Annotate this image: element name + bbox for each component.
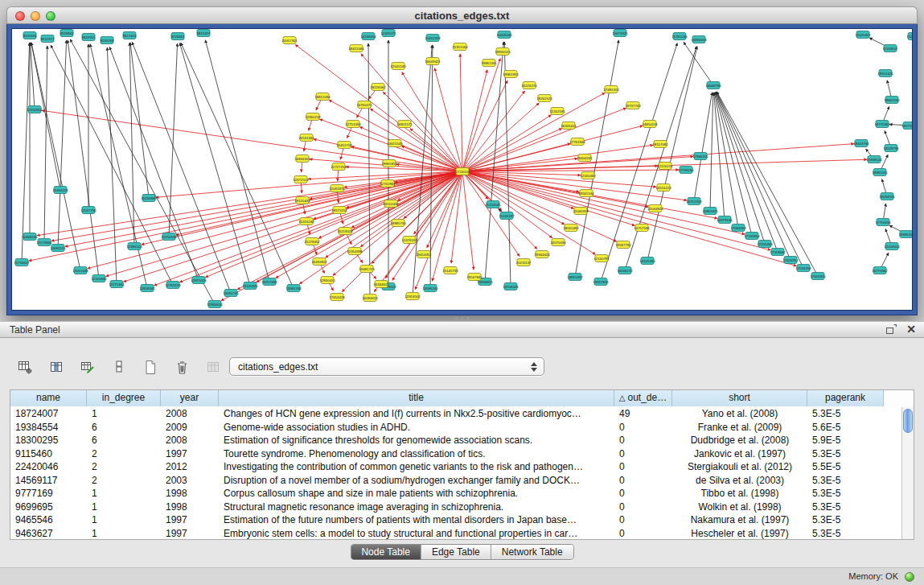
graph-edge[interactable]	[130, 43, 149, 198]
table-cell[interactable]: Investigating the contribution of common…	[219, 460, 614, 474]
table-cell[interactable]: Estimation of the future numbers of pati…	[219, 513, 614, 527]
table-cell[interactable]: 5.5E-5	[807, 460, 884, 474]
table-row[interactable]: 2242004622012Investigating the contribut…	[10, 460, 901, 474]
show-columns-button[interactable]	[46, 356, 67, 377]
delete-table-button[interactable]	[171, 356, 192, 377]
table-cell[interactable]: 0	[614, 447, 672, 461]
window-titlebar[interactable]: citations_edges.txt	[6, 6, 918, 24]
graph-edge[interactable]	[462, 145, 653, 171]
close-panel-icon[interactable]: ✕	[906, 323, 916, 335]
table-cell[interactable]: Estimation of significance thresholds fo…	[219, 434, 614, 447]
table-cell[interactable]: Yano et al. (2008)	[672, 407, 807, 421]
table-cell[interactable]: 9463627	[10, 527, 87, 541]
graph-edge[interactable]	[694, 93, 713, 201]
graph-edge[interactable]	[31, 43, 35, 109]
table-cell[interactable]: Tourette syndrome. Phenomenology and cla…	[219, 447, 614, 461]
float-panel-icon[interactable]: ⌝	[886, 324, 897, 334]
graph-edge[interactable]	[714, 93, 725, 220]
graph-edge[interactable]	[44, 46, 47, 242]
table-cell[interactable]: 5.3E-5	[807, 474, 884, 488]
graph-edge[interactable]	[359, 127, 462, 171]
graph-edge[interactable]	[109, 47, 199, 280]
graph-edge[interactable]	[124, 171, 462, 282]
table-cell[interactable]: 1	[87, 527, 161, 541]
table-cell[interactable]: Stergiakouli et al. (2012)	[672, 460, 807, 474]
column-header-title[interactable]: title	[219, 390, 614, 406]
tab-network-table[interactable]: Network Table	[491, 545, 573, 559]
table-cell[interactable]: 49	[614, 407, 672, 421]
table-cell[interactable]: Corpus callosum shape and size in male p…	[219, 487, 614, 501]
table-cell[interactable]: Changes of HCN gene expression and I(f) …	[219, 407, 614, 421]
column-header-out_de[interactable]: △out_de…	[614, 390, 672, 406]
table-cell[interactable]: 5.3E-5	[807, 487, 884, 501]
table-cell[interactable]: 18300295	[10, 434, 87, 447]
table-cell[interactable]: 18724007	[10, 407, 87, 421]
graph-edge[interactable]	[383, 92, 462, 171]
graph-edge[interactable]	[717, 92, 818, 276]
column-header-in_degree[interactable]: in_degree	[87, 390, 161, 406]
table-cell[interactable]: 0	[614, 474, 672, 488]
table-cell[interactable]: 1997	[161, 513, 219, 527]
table-cell[interactable]: 2	[87, 447, 161, 461]
graph-edge[interactable]	[156, 171, 462, 197]
table-cell[interactable]: 5.3E-5	[807, 407, 884, 421]
table-cell[interactable]: 14569117	[10, 474, 87, 488]
table-cell[interactable]: 1998	[161, 501, 219, 514]
table-cell[interactable]: Disruption of a novel member of a sodium…	[219, 474, 614, 488]
graph-edge[interactable]	[460, 54, 462, 171]
graph-edge[interactable]	[462, 80, 507, 171]
table-cell[interactable]: 2008	[161, 407, 219, 421]
table-cell[interactable]: 19384554	[10, 421, 87, 435]
table-cell[interactable]: 2003	[161, 474, 219, 488]
table-cell[interactable]: Genome-wide association studies in ADHD.	[219, 421, 614, 435]
table-cell[interactable]: 0	[614, 460, 672, 474]
graph-edge[interactable]	[169, 43, 178, 237]
table-cell[interactable]: Dudbridge et al. (2008)	[672, 434, 807, 447]
graph-edge[interactable]	[205, 40, 269, 282]
table-cell[interactable]: 0	[614, 434, 672, 447]
graph-edge[interactable]	[647, 47, 697, 261]
table-cell[interactable]: 6	[87, 434, 161, 447]
table-cell[interactable]: 0	[614, 421, 672, 435]
graph-edge[interactable]	[31, 43, 80, 270]
table-cell[interactable]: 5.3E-5	[807, 527, 884, 541]
graph-edge[interactable]	[90, 44, 147, 288]
graph-edge[interactable]	[462, 70, 487, 171]
table-cell[interactable]: 9777169	[10, 487, 87, 501]
table-row[interactable]: 977716911998Corpus callosum shape and si…	[10, 487, 901, 501]
table-cell[interactable]: 0	[614, 501, 672, 514]
graph-edge[interactable]	[22, 43, 30, 262]
graph-edge[interactable]	[181, 43, 294, 288]
table-cell[interactable]: 2	[87, 460, 161, 474]
table-row[interactable]: 969969511998Structural magnetic resonanc…	[10, 501, 901, 514]
table-cell[interactable]: Jankovic et al. (1997)	[672, 447, 807, 461]
graph-edge[interactable]	[51, 171, 462, 241]
table-row[interactable]: 1456911722003Disruption of a novel membe…	[10, 474, 901, 488]
graph-edge[interactable]	[434, 68, 462, 171]
table-cell[interactable]: 22420046	[10, 460, 87, 474]
graph-edge[interactable]	[68, 40, 99, 278]
table-cell[interactable]: 1	[87, 501, 161, 514]
vertical-scrollbar[interactable]	[901, 407, 914, 539]
citation-network-graph[interactable]: 9105634921237793188429422915953026896174…	[12, 29, 912, 309]
tab-edge-table[interactable]: Edge Table	[421, 545, 491, 559]
table-cell[interactable]: 5.3E-5	[807, 501, 884, 514]
table-cell[interactable]: 1	[87, 513, 161, 527]
table-cell[interactable]: Structural magnetic resonance image aver…	[219, 501, 614, 514]
table-cell[interactable]: 1997	[161, 447, 219, 461]
edit-table-button[interactable]	[77, 356, 98, 377]
table-cell[interactable]: 5.3E-5	[807, 447, 884, 461]
table-cell[interactable]: 6	[87, 421, 161, 435]
row-options-button[interactable]	[109, 356, 129, 377]
graph-edge[interactable]	[625, 47, 696, 270]
graph-edge[interactable]	[31, 43, 60, 190]
graph-edge[interactable]	[368, 43, 370, 298]
table-row[interactable]: 946362711997Embryonic stem cells: a mode…	[10, 527, 901, 541]
column-header-pagerank[interactable]: pagerank	[807, 390, 884, 406]
table-cell[interactable]: de Silva et al. (2003)	[672, 474, 807, 488]
graph-edge[interactable]	[504, 42, 511, 286]
table-cell[interactable]: 2012	[161, 460, 219, 474]
table-cell[interactable]: 9115460	[10, 447, 87, 461]
table-row[interactable]: 1830029562008Estimation of significance …	[10, 434, 901, 447]
table-cell[interactable]: 2008	[161, 434, 219, 447]
